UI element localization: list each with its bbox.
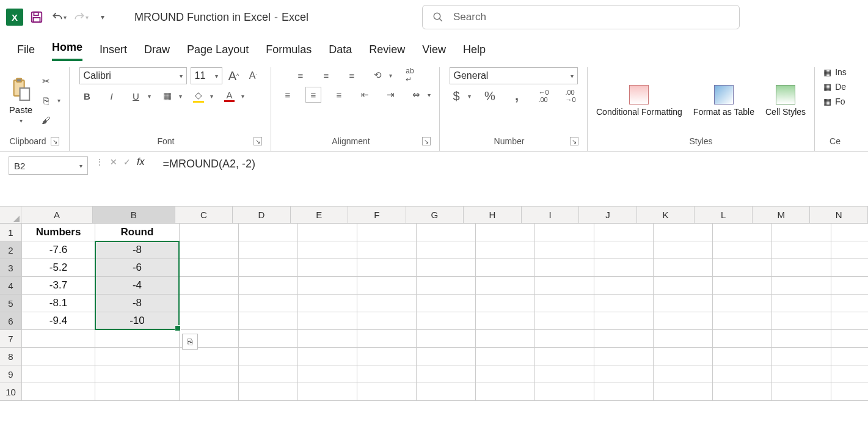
align-bottom-button[interactable]: ≡ [344, 67, 360, 83]
cell[interactable] [713, 224, 772, 241]
cell[interactable] [180, 259, 239, 277]
conditional-formatting-button[interactable]: Conditional Formatting [596, 85, 682, 117]
col-header-N[interactable]: N [810, 207, 868, 224]
cell[interactable] [654, 259, 713, 277]
cell-A3[interactable]: -5.2 [22, 259, 95, 277]
borders-button[interactable]: ▦ [159, 88, 175, 104]
cell-A1[interactable]: Numbers [22, 224, 95, 241]
cell[interactable] [239, 330, 298, 348]
cell[interactable] [713, 348, 772, 365]
cell[interactable] [594, 312, 654, 330]
cell[interactable] [654, 348, 713, 365]
paste-button[interactable]: Paste▾ [9, 78, 33, 124]
cell[interactable] [476, 259, 535, 277]
cell[interactable] [357, 312, 417, 330]
italic-button[interactable]: I [104, 88, 120, 104]
cell[interactable] [594, 259, 654, 277]
cell[interactable] [180, 365, 239, 383]
cell[interactable] [772, 295, 831, 312]
cell[interactable] [357, 224, 417, 241]
redo-button[interactable]: ▾ [72, 9, 89, 26]
cell[interactable] [239, 241, 298, 259]
cell[interactable] [535, 383, 594, 401]
cell[interactable] [654, 365, 713, 383]
cell[interactable] [831, 365, 868, 383]
cell[interactable] [239, 277, 298, 295]
cancel-formula-icon[interactable]: ✕ [110, 157, 117, 167]
cell[interactable] [535, 241, 594, 259]
cell[interactable] [594, 295, 654, 312]
cell[interactable] [95, 348, 180, 365]
col-header-F[interactable]: F [348, 207, 406, 224]
cell[interactable] [654, 295, 713, 312]
cell[interactable] [180, 295, 239, 312]
cell[interactable] [535, 259, 594, 277]
cell[interactable] [357, 241, 417, 259]
formula-menu-icon[interactable]: ⋮ [95, 157, 104, 167]
align-middle-button[interactable]: ≡ [318, 67, 334, 83]
cell[interactable] [713, 241, 772, 259]
cell[interactable] [417, 277, 476, 295]
comma-button[interactable]: , [509, 88, 525, 104]
cell[interactable] [357, 330, 417, 348]
col-header-G[interactable]: G [406, 207, 464, 224]
row-header-4[interactable]: 4 [0, 277, 22, 295]
row-header-7[interactable]: 7 [0, 330, 22, 348]
cell[interactable] [417, 312, 476, 330]
tab-review[interactable]: Review [369, 43, 405, 61]
cell[interactable] [298, 259, 357, 277]
cell[interactable] [239, 348, 298, 365]
cell[interactable] [417, 365, 476, 383]
col-header-K[interactable]: K [637, 207, 695, 224]
cell-styles-button[interactable]: Cell Styles [765, 85, 806, 117]
copy-button[interactable]: ⎘ [38, 93, 54, 109]
tab-file[interactable]: File [17, 43, 35, 61]
cell-B6[interactable]: -10 [95, 312, 180, 330]
formula-input[interactable] [151, 156, 859, 172]
cell[interactable] [298, 365, 357, 383]
format-painter-button[interactable]: 🖌 [38, 112, 54, 128]
cell-A2[interactable]: -7.6 [22, 241, 95, 259]
align-left-button[interactable]: ≡ [280, 87, 296, 103]
tab-home[interactable]: Home [52, 41, 82, 61]
row-header-10[interactable]: 10 [0, 383, 22, 401]
cell[interactable] [831, 259, 868, 277]
cell[interactable] [239, 383, 298, 401]
col-header-B[interactable]: B [93, 207, 175, 224]
format-as-table-button[interactable]: Format as Table [693, 85, 754, 117]
cell[interactable] [239, 295, 298, 312]
cell[interactable] [535, 365, 594, 383]
autofill-options-icon[interactable]: ⎘ [182, 334, 198, 350]
cell[interactable] [180, 241, 239, 259]
cell[interactable] [298, 277, 357, 295]
cell-A4[interactable]: -3.7 [22, 277, 95, 295]
number-launcher[interactable]: ↘ [570, 137, 578, 145]
row-header-5[interactable]: 5 [0, 295, 22, 312]
clipboard-launcher[interactable]: ↘ [51, 137, 59, 145]
cell[interactable] [594, 348, 654, 365]
tab-formulas[interactable]: Formulas [266, 43, 312, 61]
cell[interactable] [535, 330, 594, 348]
cell[interactable] [535, 348, 594, 365]
cell[interactable] [772, 383, 831, 401]
cell[interactable] [180, 383, 239, 401]
cell[interactable] [417, 383, 476, 401]
qat-customize[interactable]: ▾ [94, 9, 111, 26]
cell[interactable] [772, 277, 831, 295]
delete-button[interactable]: ▦ De [823, 82, 846, 92]
cell[interactable] [713, 295, 772, 312]
cell[interactable] [476, 312, 535, 330]
cell-B3[interactable]: -6 [95, 259, 180, 277]
font-launcher[interactable]: ↘ [253, 137, 262, 145]
cell[interactable] [772, 348, 831, 365]
row-header-8[interactable]: 8 [0, 348, 22, 365]
cell[interactable] [654, 383, 713, 401]
cell[interactable] [357, 383, 417, 401]
tab-data[interactable]: Data [329, 43, 352, 61]
cell[interactable] [476, 330, 535, 348]
cell-B4[interactable]: -4 [95, 277, 180, 295]
cell[interactable] [535, 277, 594, 295]
col-header-D[interactable]: D [233, 207, 291, 224]
cell[interactable] [831, 277, 868, 295]
cell[interactable] [357, 295, 417, 312]
